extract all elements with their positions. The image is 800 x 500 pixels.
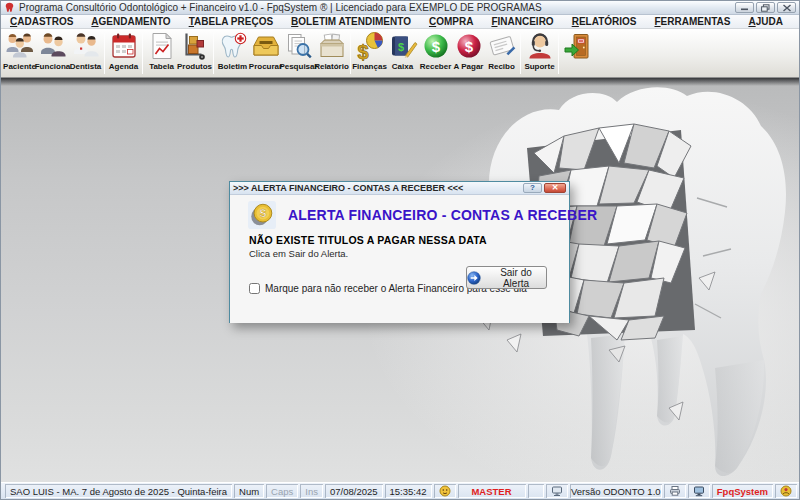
toolbar-button-pesquisar[interactable]: Pesquisar [282,30,315,77]
minimize-button[interactable] [735,2,754,13]
dentists-icon [71,31,101,61]
menu-boletim-atendimento[interactable]: BOLETIM ATENDIMENTO [282,15,420,28]
toolbar-label: Suporte [524,62,554,71]
toolbar-button-suporte[interactable]: Suporte [523,30,556,77]
printer-icon [669,485,681,497]
status-caps-lock: Caps [266,484,298,498]
status-cell [664,484,686,498]
toolbar-button-funciona[interactable]: Funciona [36,30,69,77]
menu-ferramentas[interactable]: FERRAMENTAS [645,15,739,28]
gold-badge-icon [780,485,792,497]
toolbar-button-a-pagar[interactable]: $ A Pagar [452,30,485,77]
dialog-help-button[interactable]: ? [523,183,542,193]
app-logo-icon [4,2,15,13]
alert-hint: Clica em Sair do Alerta. [249,248,348,259]
small-computer-icon [551,485,563,497]
status-date: 07/08/2025 [325,484,383,498]
finance-pie-icon: $ [355,31,385,61]
status-location-date: SAO LUIS - MA. 7 de Agosto de 2025 - Qui… [5,484,232,498]
menu-agendamento[interactable]: AGENDAMENTO [82,15,179,28]
svg-text:S: S [260,208,267,219]
status-cell [546,484,568,498]
toolbar-separator [142,33,143,74]
toolbar-label: Agenda [109,62,138,71]
toolbar-separator [520,33,521,74]
toolbar-button-dentista[interactable]: Dentista [69,30,102,77]
toolbar-separator [213,33,214,74]
menu-cadastros[interactable]: CADASTROS [1,15,82,28]
exit-door-icon [563,31,593,61]
toolbar-label: Produtos [177,62,212,71]
status-brand: FpqSystem [712,484,773,498]
sair-do-alerta-button[interactable]: Sair do Alerta [466,266,547,289]
sair-do-alerta-label: Sair do Alerta [486,267,546,289]
toolbar-button-caixa[interactable]: $ Caixa [386,30,419,77]
toolbar-separator [558,33,559,74]
patients-icon [5,31,35,61]
toolbar-button-tabela[interactable]: Tabela [145,30,178,77]
toolbar-label: Receber [420,62,452,71]
toolbar-button-procurar[interactable]: Procurar [249,30,282,77]
suppress-alert-checkbox[interactable] [249,283,260,294]
toolbar-label: Boletim [218,62,247,71]
alert-dialog-title: >>> ALERTA FINANCEIRO - CONTAS A RECEBER… [233,182,523,194]
tooth-cross-icon [218,31,248,61]
alert-dialog-titlebar[interactable]: >>> ALERTA FINANCEIRO - CONTAS A RECEBER… [230,182,569,195]
status-cell [775,484,797,498]
toolbar-button-recibo[interactable]: Recibo [485,30,518,77]
toolbar-button-exit[interactable] [561,30,594,77]
menu-compra[interactable]: COMPRA [420,15,482,28]
monitor-icon [693,485,705,497]
toolbar-label: Paciente [3,62,36,71]
toolbar-button-paciente[interactable]: Paciente [3,30,36,77]
status-spacer [528,484,544,498]
blue-arrow-icon [467,271,481,285]
workspace-background: >>> ALERTA FINANCEIRO - CONTAS A RECEBER… [1,78,799,482]
restore-button[interactable] [756,2,775,13]
close-button[interactable] [777,2,796,13]
svg-text:$: $ [431,38,440,55]
alert-dialog-body: S ALERTA FINANCEIRO - CONTAS A RECEBER N… [230,195,569,323]
search-pages-icon [284,31,314,61]
toolbar-button-receber[interactable]: $ Receber [419,30,452,77]
status-version: Versão ODONTO 1.0 [570,484,662,498]
menu-financeiro[interactable]: FINANCEIRO [482,15,562,28]
toolbar-button-produtos[interactable]: Produtos [178,30,211,77]
svg-text:$: $ [464,38,473,55]
calendar-icon [109,31,139,61]
toolbar-label: Procurar [249,62,282,71]
menu-tabela-precos[interactable]: TABELA PREÇOS [180,15,282,28]
svg-text:$: $ [397,41,403,53]
alert-message: NÃO EXISTE TITULOS A PAGAR NESSA DATA [249,234,487,246]
staff-icon [38,31,68,61]
svg-text:$: $ [357,41,368,62]
toolbar-button-financas[interactable]: $ Finanças [353,30,386,77]
clock-face-icon [439,485,451,497]
toolbar-label: Relatório [314,62,349,71]
toolbar-separator [104,33,105,74]
titlebar: Programa Consultório Odontológico + Fina… [1,1,799,15]
app-window: Programa Consultório Odontológico + Fina… [0,0,800,500]
alert-heading: ALERTA FINANCEIRO - CONTAS A RECEBER [288,207,597,223]
menu-ajuda[interactable]: AJUDA [739,15,791,28]
receive-green-dollar-icon: $ [421,31,451,61]
toolbar-button-relatorio[interactable]: Relatório [315,30,348,77]
toolbar: Paciente Funciona Dentista [1,29,799,78]
status-cell [688,484,710,498]
gold-coin-icon: S [248,201,276,229]
products-trolley-icon [180,31,210,61]
toolbar-label: Finanças [352,62,387,71]
toolbar-label: Pesquisar [279,62,317,71]
toolbar-label: Dentista [70,62,102,71]
toolbar-button-boletim[interactable]: Boletim [216,30,249,77]
window-title: Programa Consultório Odontológico + Fina… [19,1,733,14]
status-num-lock: Num [234,484,264,498]
menu-relatorios[interactable]: RELATÓRIOS [563,15,646,28]
pay-red-dollar-icon: $ [454,31,484,61]
cashbook-icon: $ [388,31,418,61]
dialog-close-button[interactable]: ✕ [544,183,566,193]
price-table-icon [147,31,177,61]
support-headset-icon [525,31,555,61]
receipt-icon [487,31,517,61]
toolbar-button-agenda[interactable]: Agenda [107,30,140,77]
